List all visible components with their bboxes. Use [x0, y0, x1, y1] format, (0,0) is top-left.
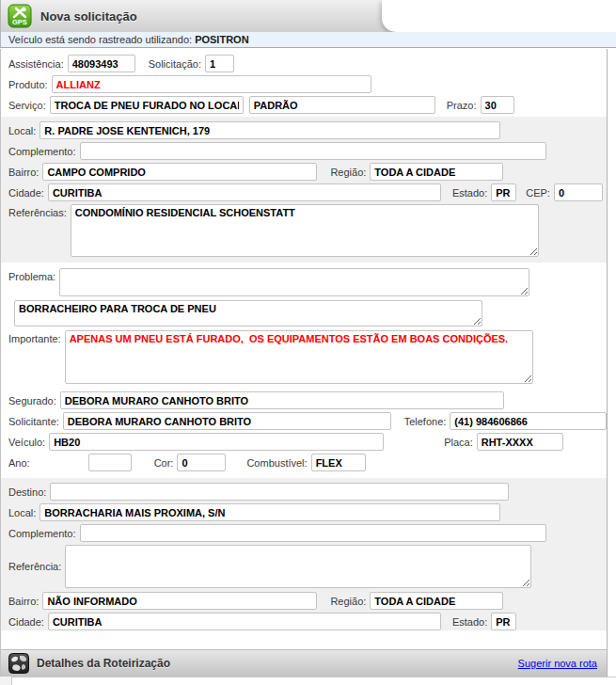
section-problem-vehicle: Problema: BORRACHEIRO PARA TROCA DE PNEU…	[1, 263, 607, 478]
cidade-label: Cidade:	[8, 187, 44, 199]
row-destino-local: Local:	[8, 503, 607, 521]
tracking-status-bar: Veículo está sendo rastreado utilizando:…	[0, 32, 616, 48]
page-title: Nova solicitação	[40, 9, 137, 24]
assistencia-input[interactable]	[68, 55, 135, 72]
section-origin-address: Local: Complemento: Bairro: Região: Cida…	[1, 117, 607, 263]
estado-label: Estado:	[452, 187, 487, 199]
section-destination: Destino: Local: Complemento: Referência:…	[1, 478, 607, 630]
row-observacao: BORRACHEIRO PARA TROCA DE PNEU	[8, 300, 607, 327]
placa-input[interactable]	[477, 433, 563, 451]
destino-input[interactable]	[50, 483, 509, 501]
suggest-new-route-link[interactable]: Sugerir nova rota	[518, 658, 597, 669]
row-cidade: Cidade: Estado: CEP:	[8, 183, 607, 201]
importante-label: Importante:	[8, 330, 61, 344]
referencias-textarea[interactable]: CONDOMÍNIO RESIDENCIAL SCHOENSTATT	[71, 204, 539, 257]
veiculo-label: Veículo:	[8, 437, 45, 448]
complemento-input[interactable]	[80, 142, 546, 160]
row-servico: Serviço: Prazo:	[8, 96, 607, 114]
destino-cidade-label: Cidade:	[8, 616, 44, 628]
complemento-label: Complemento:	[8, 146, 76, 157]
segurado-label: Segurado:	[8, 395, 56, 406]
cep-input[interactable]	[554, 183, 603, 201]
solicitante-label: Solicitante:	[8, 416, 59, 427]
local-label: Local:	[8, 125, 36, 136]
telefone-label: Telefone:	[404, 416, 447, 427]
regiao-input[interactable]	[370, 163, 503, 181]
estado-input[interactable]	[491, 183, 516, 201]
globe-icon	[8, 653, 29, 674]
destino-bairro-label: Bairro:	[8, 596, 39, 607]
assistencia-label: Assistência:	[8, 58, 64, 70]
bairro-label: Bairro:	[8, 167, 39, 178]
destino-regiao-input[interactable]	[370, 592, 503, 610]
routing-details-header[interactable]: Detalhes da Roteirização Sugerir nova ro…	[1, 649, 607, 677]
observacao-textarea[interactable]: BORRACHEIRO PARA TROCA DE PNEU	[14, 300, 482, 327]
destino-complemento-label: Complemento:	[8, 528, 76, 539]
referencias-label: Referências:	[8, 204, 67, 218]
combustivel-label: Combustível:	[246, 457, 307, 469]
row-importante: Importante: APENAS UM PNEU ESTÁ FURADO, …	[8, 330, 607, 384]
next-section-edge	[0, 677, 616, 685]
destino-local-input[interactable]	[39, 503, 500, 521]
destino-bairro-input[interactable]	[42, 592, 317, 610]
row-ano-cor-combustivel: Ano: Cor: Combustível:	[8, 454, 607, 471]
section-identification: Assistência: Solicitação: Produto: Servi…	[1, 49, 607, 117]
tracking-status-text: Veículo está sendo rastreado utilizando:…	[8, 34, 249, 45]
servico-label: Serviço:	[8, 100, 46, 111]
cor-label: Cor:	[154, 457, 174, 469]
row-solicitante: Solicitante: Telefone:	[8, 412, 607, 430]
row-assistencia: Assistência: Solicitação:	[8, 55, 607, 72]
veiculo-input[interactable]	[49, 433, 384, 451]
tracking-provider: POSITRON	[195, 34, 248, 45]
row-problema: Problema:	[8, 268, 607, 296]
prazo-label: Prazo:	[447, 100, 477, 111]
cor-input[interactable]	[177, 454, 226, 471]
solicitacao-label: Solicitação:	[149, 58, 201, 70]
servico-tipo-input[interactable]	[249, 96, 435, 114]
telefone-input[interactable]	[450, 412, 607, 430]
destino-referencia-textarea[interactable]	[65, 545, 531, 588]
segurado-input[interactable]	[60, 391, 504, 409]
destino-regiao-label: Região:	[330, 596, 366, 607]
solicitacao-input[interactable]	[205, 55, 234, 72]
destino-label: Destino:	[8, 486, 46, 498]
svg-text:GPS: GPS	[12, 18, 27, 26]
placa-label: Placa:	[444, 437, 473, 448]
destino-estado-input[interactable]	[491, 613, 516, 630]
prazo-input[interactable]	[481, 96, 514, 114]
row-bairro: Bairro: Região:	[8, 163, 607, 181]
bairro-input[interactable]	[42, 163, 317, 181]
destino-complemento-input[interactable]	[80, 524, 546, 542]
destino-estado-label: Estado:	[452, 616, 487, 628]
problema-textarea[interactable]	[59, 268, 529, 296]
next-section-inner	[11, 677, 616, 685]
produto-input[interactable]	[52, 75, 371, 93]
cep-label: CEP:	[526, 187, 550, 199]
ano-input[interactable]	[88, 454, 132, 471]
destino-local-label: Local:	[8, 507, 36, 518]
problema-label: Problema:	[8, 268, 55, 282]
row-segurado: Segurado:	[8, 391, 607, 409]
row-produto: Produto:	[8, 75, 607, 93]
combustivel-input[interactable]	[311, 454, 366, 471]
local-input[interactable]	[39, 121, 500, 139]
row-destino-complemento: Complemento:	[8, 524, 607, 542]
solicitante-input[interactable]	[63, 412, 391, 430]
row-complemento: Complemento:	[8, 142, 607, 160]
row-referencias: Referências: CONDOMÍNIO RESIDENCIAL SCHO…	[8, 204, 607, 257]
row-veiculo: Veículo: Placa:	[8, 433, 607, 451]
cidade-input[interactable]	[48, 183, 441, 201]
produto-label: Produto:	[8, 79, 48, 90]
row-destino-cidade: Cidade: Estado:	[8, 613, 607, 630]
importante-textarea[interactable]: APENAS UM PNEU ESTÁ FURADO, OS EQUIPAMEN…	[65, 330, 533, 384]
ano-label: Ano:	[8, 457, 30, 469]
row-destino-bairro: Bairro: Região:	[8, 592, 607, 610]
overlapping-panel-corner	[382, 0, 616, 32]
destino-cidade-input[interactable]	[48, 613, 441, 630]
regiao-label: Região:	[330, 167, 366, 178]
servico-input[interactable]	[50, 96, 244, 114]
row-destino: Destino:	[8, 483, 607, 501]
row-destino-referencia: Referência:	[8, 545, 607, 588]
gps-icon: GPS	[8, 4, 32, 28]
request-form-panel: Assistência: Solicitação: Produto: Servi…	[0, 49, 608, 677]
